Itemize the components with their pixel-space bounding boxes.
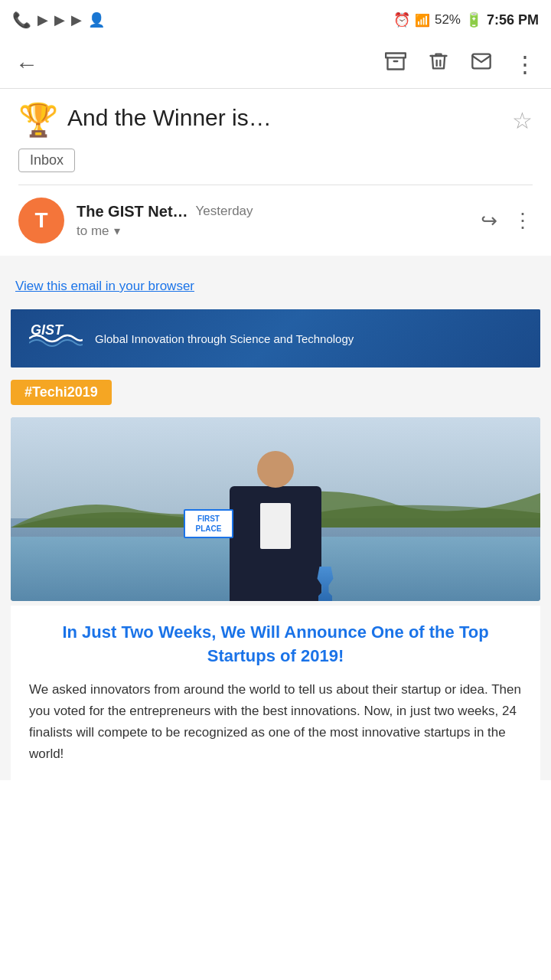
battery-percentage: 52% [435, 12, 461, 28]
email-text-area: In Just Two Weeks, We Will Announce One … [11, 606, 540, 780]
gist-logo-area: GIST [29, 323, 83, 354]
first-place-sign: FIRST PLACE [184, 509, 233, 538]
subject-left: 🏆 And the Winner is… [18, 104, 512, 136]
email-body-text: We asked innovators from around the worl… [29, 679, 522, 765]
hashtag-badge: #Techi2019 [11, 380, 112, 405]
reply-button[interactable]: ↩ [481, 209, 497, 233]
gist-logo-svg: GIST [29, 323, 83, 354]
inbox-badge-container: Inbox [18, 149, 533, 172]
subject-emoji: 🏆 [18, 104, 58, 136]
archive-button[interactable] [385, 51, 406, 77]
delete-button[interactable] [428, 51, 449, 77]
youtube-icon-3: ▶ [71, 11, 82, 28]
inbox-label-badge[interactable]: Inbox [18, 149, 75, 172]
signal-bars-icon: 📶 [415, 13, 430, 28]
youtube-icon: ▶ [37, 11, 48, 28]
svg-rect-0 [386, 54, 406, 58]
battery-icon: 🔋 [465, 11, 482, 28]
email-headline: In Just Two Weeks, We Will Announce One … [29, 621, 522, 668]
toolbar: ← ⋮ [0, 40, 551, 89]
sender-name: The GIST Net… [77, 203, 188, 220]
view-in-browser-link[interactable]: View this email in your browser [0, 271, 551, 309]
sender-info: The GIST Net… Yesterday to me ▾ [77, 203, 468, 239]
youtube-icon-2: ▶ [54, 11, 65, 28]
email-content-area: View this email in your browser GIST Glo… [0, 256, 551, 780]
viber-icon: 📞 [12, 11, 31, 29]
time-display: 7:56 PM [487, 12, 539, 28]
back-button[interactable]: ← [15, 51, 38, 77]
status-bar-left: 📞 ▶ ▶ ▶ 👤 [12, 11, 105, 29]
sender-row: T The GIST Net… Yesterday to me ▾ ↩ ⋮ [0, 185, 551, 256]
svg-text:GIST: GIST [31, 323, 64, 338]
sender-to-label: to me [77, 224, 109, 239]
alarm-icon: ⏰ [393, 11, 410, 28]
hashtag-row: #Techi2019 [0, 368, 551, 413]
sender-to-row[interactable]: to me ▾ [77, 224, 468, 239]
status-bar: 📞 ▶ ▶ ▶ 👤 ⏰ 📶 52% 🔋 7:56 PM [0, 0, 551, 40]
toolbar-right: ⋮ [385, 51, 536, 77]
sender-more-button[interactable]: ⋮ [513, 209, 533, 233]
star-button[interactable]: ☆ [512, 107, 533, 134]
status-bar-right: ⏰ 📶 52% 🔋 7:56 PM [393, 11, 539, 28]
gist-banner: GIST Global Innovation through Science a… [11, 309, 540, 368]
email-subject-title: And the Winner is… [67, 104, 512, 132]
gist-tagline: Global Innovation through Science and Te… [95, 332, 354, 345]
contacts-icon: 👤 [88, 11, 105, 28]
email-button[interactable] [471, 51, 492, 77]
sender-name-row: The GIST Net… Yesterday [77, 203, 468, 220]
subject-area: 🏆 And the Winner is… ☆ [0, 89, 551, 144]
more-options-button[interactable]: ⋮ [514, 51, 536, 77]
sender-avatar: T [18, 198, 64, 243]
sender-actions: ↩ ⋮ [481, 209, 533, 233]
sender-time: Yesterday [196, 204, 253, 219]
chevron-down-icon: ▾ [114, 224, 120, 238]
winner-photo: FIRST PLACE [11, 417, 540, 601]
toolbar-left: ← [15, 51, 38, 77]
